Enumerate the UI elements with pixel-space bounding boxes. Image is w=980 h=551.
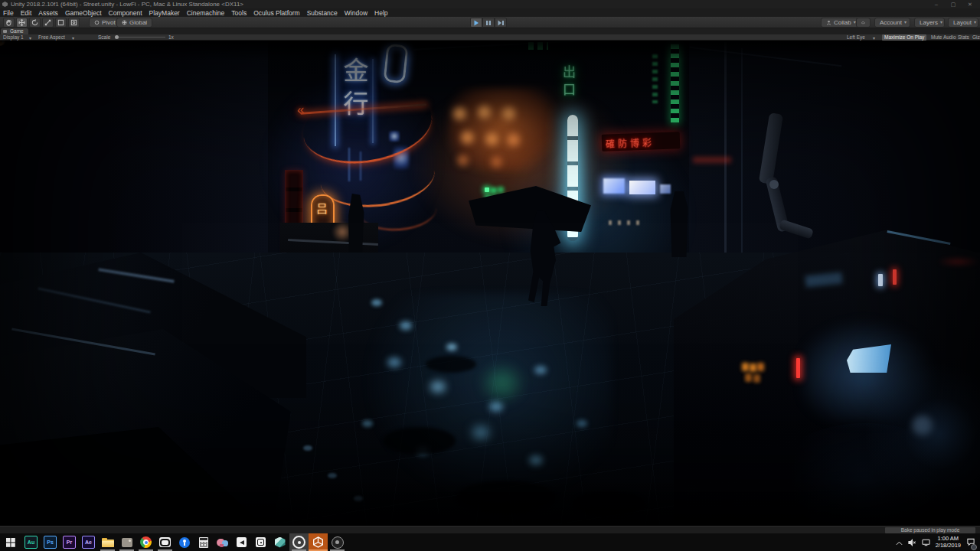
step-button[interactable] bbox=[495, 18, 507, 28]
green-led-panel bbox=[485, 187, 489, 192]
unity-logo-icon bbox=[2, 2, 8, 7]
taskbar-maps-app[interactable] bbox=[175, 533, 194, 551]
layout-dropdown-button[interactable]: Layout ▾ bbox=[948, 18, 978, 28]
photoshop-icon: Ps bbox=[44, 536, 57, 549]
title-bar[interactable]: Unity 2018.2.10f1 (64bit) - Street.unity… bbox=[0, 0, 980, 8]
play-controls bbox=[470, 18, 507, 28]
action-center-icon[interactable] bbox=[966, 536, 975, 549]
caret-down-icon: ▾ bbox=[974, 18, 976, 27]
rect-icon bbox=[57, 19, 64, 26]
map-pin-icon bbox=[179, 537, 190, 548]
white-sign-panel bbox=[629, 181, 655, 194]
tray-expand-chevron-icon[interactable] bbox=[896, 536, 903, 549]
cube-3d-icon bbox=[275, 537, 286, 548]
taskbar-game-hub[interactable] bbox=[328, 533, 347, 551]
game-viewport[interactable]: 金行 « 出口 確防博彩 bbox=[0, 41, 980, 526]
move-tool-button[interactable] bbox=[16, 18, 28, 28]
mute-audio-toggle[interactable]: Mute Audio bbox=[931, 34, 956, 41]
taskbar-paint-3d[interactable] bbox=[213, 533, 232, 551]
scale-slider-thumb[interactable] bbox=[115, 35, 119, 39]
red-marker-light bbox=[796, 358, 800, 378]
dark-puddle bbox=[426, 356, 476, 373]
tab-game[interactable]: Game bbox=[1, 28, 28, 34]
rotate-icon bbox=[31, 19, 38, 26]
aspect-dropdown[interactable]: Free Aspect bbox=[38, 34, 65, 41]
menu-assets[interactable]: Assets bbox=[38, 9, 58, 17]
menu-cinemachine[interactable]: Cinemachine bbox=[187, 9, 225, 17]
collab-icon bbox=[826, 20, 831, 25]
tray-clock[interactable]: 1:00 AM 2/18/2019 bbox=[936, 536, 961, 549]
windows-taskbar: Au Ps Pr Ae bbox=[0, 533, 980, 551]
taskbar-chrome[interactable] bbox=[136, 533, 155, 551]
account-dropdown-button[interactable]: Account ▾ bbox=[874, 18, 910, 28]
taskbar-adobe-photoshop[interactable]: Ps bbox=[41, 533, 60, 551]
collab-dropdown-button[interactable]: Collab ▾ bbox=[821, 18, 861, 28]
oculus-icon bbox=[159, 537, 171, 547]
gizmos-dropdown[interactable]: Gizmos bbox=[972, 34, 980, 41]
unity-window: Unity 2018.2.10f1 (64bit) - Street.unity… bbox=[0, 0, 980, 551]
menu-file[interactable]: File bbox=[3, 9, 14, 17]
rotate-tool-button[interactable] bbox=[29, 18, 41, 28]
taskbar-unity-editor[interactable] bbox=[309, 533, 328, 551]
menu-gameobject[interactable]: GameObject bbox=[65, 9, 102, 17]
globe-icon bbox=[122, 20, 127, 25]
menu-edit[interactable]: Edit bbox=[21, 9, 32, 17]
maximize-icon[interactable]: ▢ bbox=[945, 0, 962, 8]
record-icon bbox=[292, 536, 305, 549]
maximize-on-play-toggle[interactable]: Maximize On Play bbox=[882, 34, 926, 41]
transform-tool-button[interactable] bbox=[68, 18, 80, 28]
system-tray: 1:00 AM 2/18/2019 bbox=[896, 533, 980, 551]
volume-icon[interactable] bbox=[908, 536, 916, 549]
red-led-sign-text: 確防博彩 bbox=[606, 135, 655, 150]
taskbar-media-app[interactable] bbox=[232, 533, 251, 551]
play-button[interactable] bbox=[470, 18, 482, 28]
orange-pill-glyph: 吕 bbox=[316, 200, 328, 216]
account-label: Account bbox=[880, 18, 902, 27]
menu-substance[interactable]: Substance bbox=[307, 9, 338, 17]
taskbar-adobe-audition[interactable]: Au bbox=[21, 533, 41, 551]
display-dropdown[interactable]: Display 1 bbox=[3, 34, 24, 41]
taskbar-oculus[interactable] bbox=[155, 533, 175, 551]
cloud-button[interactable] bbox=[856, 18, 871, 28]
rect-tool-button[interactable] bbox=[55, 18, 67, 28]
minimize-icon[interactable]: – bbox=[928, 0, 945, 8]
calculator-icon bbox=[199, 537, 208, 548]
white-sign-panel bbox=[603, 178, 625, 194]
scale-label: Scale bbox=[98, 34, 110, 41]
menu-help[interactable]: Help bbox=[374, 9, 387, 17]
taskbar-screen-recorder[interactable] bbox=[289, 533, 309, 551]
red-reflection bbox=[937, 257, 980, 266]
taskbar-adobe-premiere[interactable]: Pr bbox=[60, 533, 79, 551]
menu-tools[interactable]: Tools bbox=[231, 9, 247, 17]
global-toggle-button[interactable]: Global bbox=[116, 18, 152, 28]
pause-button[interactable] bbox=[482, 18, 495, 28]
layers-dropdown-button[interactable]: Layers ▾ bbox=[914, 18, 945, 28]
building-pipe bbox=[741, 48, 743, 255]
close-icon[interactable]: ✕ bbox=[962, 0, 978, 8]
menu-playmaker[interactable]: PlayMaker bbox=[149, 9, 180, 17]
orange-sign-haze bbox=[448, 88, 555, 172]
taskbar-3d-viewer[interactable] bbox=[270, 533, 289, 551]
menu-bar: File Edit Assets GameObject Component Pl… bbox=[0, 8, 980, 17]
taskbar-photos-app[interactable] bbox=[117, 533, 136, 551]
taskbar-file-explorer[interactable] bbox=[98, 533, 117, 551]
photos-icon bbox=[122, 538, 132, 547]
hand-tool-button[interactable] bbox=[3, 18, 15, 28]
green-reflection bbox=[479, 362, 526, 405]
taskbar-camera-app[interactable] bbox=[251, 533, 270, 551]
menu-component[interactable]: Component bbox=[109, 9, 142, 17]
eye-dropdown[interactable]: Left Eye bbox=[847, 34, 865, 41]
taskbar-calculator[interactable] bbox=[194, 533, 213, 551]
taskbar-adobe-after-effects[interactable]: Ae bbox=[79, 533, 98, 551]
scale-slider-track[interactable] bbox=[116, 37, 165, 37]
layout-label: Layout bbox=[953, 18, 972, 27]
caret-down-icon: ▾ bbox=[904, 18, 906, 27]
move-icon bbox=[18, 19, 25, 26]
main-toolbar: Pivot Global Collab ▾ Account bbox=[0, 17, 980, 28]
stats-toggle[interactable]: Stats bbox=[958, 34, 969, 41]
scale-tool-button[interactable] bbox=[42, 18, 54, 28]
network-icon[interactable] bbox=[922, 536, 930, 549]
start-button[interactable] bbox=[0, 533, 21, 551]
menu-oculus-platform[interactable]: Oculus Platform bbox=[253, 9, 299, 17]
menu-window[interactable]: Window bbox=[345, 9, 368, 17]
